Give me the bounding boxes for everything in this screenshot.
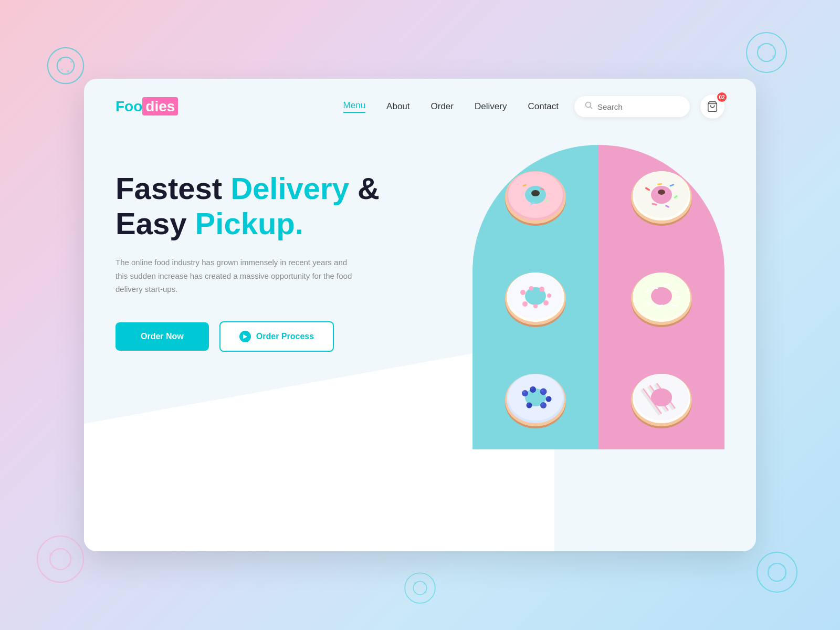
svg-point-95 — [527, 403, 529, 405]
order-process-label: Order Process — [256, 332, 314, 341]
donut-1 — [494, 162, 578, 230]
svg-point-89 — [541, 390, 543, 392]
svg-point-70 — [651, 287, 672, 305]
svg-point-64 — [533, 304, 538, 308]
svg-point-18 — [70, 556, 74, 560]
svg-point-87 — [531, 387, 533, 390]
svg-point-0 — [48, 48, 83, 83]
donut-cell-5 — [472, 348, 598, 449]
svg-point-6 — [747, 33, 786, 72]
donut-cell-1 — [472, 145, 598, 246]
svg-point-59 — [520, 290, 526, 295]
svg-point-8 — [758, 46, 761, 49]
svg-point-63 — [543, 300, 549, 306]
donut-cell-3 — [472, 246, 598, 348]
donut-3 — [494, 263, 578, 331]
svg-point-84 — [522, 390, 528, 396]
nav-contact[interactable]: Contact — [528, 101, 559, 112]
svg-point-61 — [539, 287, 544, 292]
donut-cell-4 — [598, 246, 724, 348]
svg-point-88 — [540, 388, 547, 395]
svg-point-10 — [772, 55, 775, 58]
headline-fastest: Fastest — [116, 171, 230, 205]
donut-arch — [472, 145, 724, 449]
logo-foo: Foo — [116, 98, 142, 114]
donut-cell-2 — [598, 145, 724, 246]
search-input[interactable] — [597, 102, 679, 111]
hero-image — [452, 145, 724, 470]
donut-4 — [620, 263, 704, 331]
order-now-button[interactable]: Order Now — [116, 322, 209, 351]
svg-point-62 — [547, 293, 551, 298]
svg-point-60 — [529, 286, 533, 290]
nav-links: Menu About Order Delivery Contact — [343, 100, 559, 113]
svg-point-14 — [49, 553, 53, 556]
hero-section: Fastest Delivery & Easy Pickup. The onli… — [84, 134, 756, 549]
donut-5 — [494, 364, 578, 433]
play-icon: ▶ — [239, 331, 251, 342]
headline-delivery: Delivery — [230, 171, 349, 205]
svg-point-85 — [523, 391, 525, 393]
headline-easy: Easy — [116, 206, 195, 240]
svg-line-30 — [591, 107, 593, 109]
nav-delivery[interactable]: Delivery — [475, 101, 507, 112]
svg-point-17 — [52, 566, 55, 569]
svg-point-22 — [423, 583, 425, 584]
nav-order[interactable]: Order — [431, 101, 454, 112]
svg-point-16 — [67, 563, 71, 567]
hero-description: The online food industry has grown immen… — [116, 256, 357, 296]
svg-point-19 — [405, 573, 435, 603]
svg-point-107 — [651, 388, 672, 406]
search-bar — [574, 96, 690, 117]
nav-menu[interactable]: Menu — [343, 100, 366, 113]
main-card: Foodies Menu About Order Delivery Contac… — [84, 79, 756, 551]
svg-point-4 — [67, 70, 69, 73]
donut-cell-6 — [598, 348, 724, 449]
cart-icon — [707, 101, 718, 112]
cart-badge: 02 — [717, 92, 727, 102]
svg-point-41 — [531, 190, 540, 196]
svg-point-65 — [522, 301, 528, 307]
svg-point-94 — [527, 403, 532, 408]
svg-point-91 — [547, 397, 549, 399]
svg-point-2 — [59, 59, 61, 61]
order-process-button[interactable]: ▶ Order Process — [219, 321, 334, 352]
svg-point-86 — [530, 386, 536, 393]
logo-dies: dies — [142, 97, 178, 116]
navbar: Foodies Menu About Order Delivery Contac… — [84, 79, 756, 134]
donut-grid — [472, 145, 724, 449]
svg-point-23 — [424, 591, 426, 593]
donut-2 — [620, 162, 704, 230]
svg-point-53 — [658, 190, 665, 195]
svg-point-9 — [771, 44, 773, 46]
svg-point-12 — [37, 536, 83, 582]
svg-point-15 — [66, 551, 68, 553]
svg-point-92 — [540, 402, 547, 408]
svg-point-5 — [61, 68, 63, 70]
svg-point-24 — [757, 552, 797, 592]
svg-point-28 — [784, 576, 786, 579]
headline-and: & — [349, 171, 380, 205]
logo[interactable]: Foodies — [116, 98, 178, 115]
svg-point-26 — [769, 566, 771, 569]
svg-point-3 — [70, 61, 72, 63]
nav-about[interactable]: About — [386, 101, 410, 112]
svg-point-90 — [546, 396, 552, 402]
svg-point-27 — [782, 565, 784, 567]
svg-point-11 — [760, 58, 762, 60]
search-icon — [585, 101, 593, 112]
cart-button[interactable]: 02 — [700, 94, 724, 119]
svg-point-21 — [414, 582, 416, 584]
svg-point-93 — [541, 403, 543, 405]
donut-6 — [620, 364, 704, 433]
headline-pickup: Pickup. — [195, 206, 303, 240]
